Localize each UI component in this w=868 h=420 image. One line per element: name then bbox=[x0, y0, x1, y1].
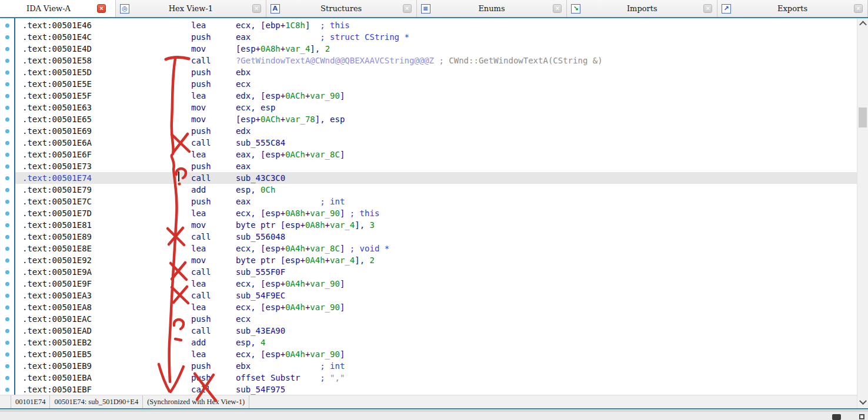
tab-label: Enums bbox=[430, 4, 553, 13]
asm-line-selected[interactable]: .text:00501E74call sub_43C3C0 bbox=[15, 172, 857, 184]
tab-bar: IDA View-A×◎Hex View-1×AStructures×≡Enum… bbox=[0, 0, 868, 18]
ida-window: IDA View-A×◎Hex View-1×AStructures×≡Enum… bbox=[0, 0, 868, 420]
close-icon[interactable]: × bbox=[854, 4, 863, 13]
close-icon[interactable]: × bbox=[97, 4, 106, 13]
tab-structures[interactable]: AStructures× bbox=[266, 0, 417, 17]
asm-address: .text:00501EBA bbox=[22, 373, 92, 382]
asm-address: .text:00501E5D bbox=[22, 68, 92, 77]
enums-icon: ≡ bbox=[421, 4, 430, 14]
asm-line[interactable]: .text:00501E63mov ecx, esp bbox=[22, 102, 857, 113]
close-icon[interactable]: × bbox=[703, 4, 712, 13]
disassembly-panel: .text:00501E46lea ecx, [ebp+1C8h] ; this… bbox=[0, 18, 857, 408]
asm-line[interactable]: .text:00501E4Dmov [esp+0A8h+var_4], 2 bbox=[22, 43, 857, 55]
asm-line[interactable]: .text:00501E7Cpush eax ; int bbox=[22, 196, 857, 207]
asm-line[interactable]: .text:00501E5Epush ecx bbox=[22, 78, 857, 90]
tab-label: Imports bbox=[580, 4, 703, 13]
tab-hex-view-1[interactable]: ◎Hex View-1× bbox=[116, 0, 266, 17]
asm-address: .text:00501E81 bbox=[22, 220, 92, 230]
tab-exports[interactable]: ↗Exports× bbox=[717, 0, 868, 17]
nav-dot bbox=[5, 200, 9, 204]
asm-address: .text:00501EB2 bbox=[22, 338, 92, 347]
nav-dot bbox=[5, 211, 9, 216]
nav-dot bbox=[5, 294, 9, 298]
asm-line[interactable]: .text:00501E9Flea ecx, [esp+0A4h+var_90] bbox=[22, 278, 857, 290]
nav-dot bbox=[5, 223, 9, 227]
asm-line[interactable]: .text:00501EA8lea ecx, [esp+0A4h+var_90] bbox=[22, 301, 857, 313]
nav-dot bbox=[5, 106, 9, 110]
nav-dot bbox=[5, 235, 9, 239]
asm-address: .text:00501E46 bbox=[22, 21, 92, 30]
asm-line[interactable]: .text:00501E6Acall sub_555C84 bbox=[22, 137, 857, 149]
nav-dot bbox=[5, 129, 9, 133]
asm-address: .text:00501E4C bbox=[22, 32, 92, 42]
asm-address: .text:00501E73 bbox=[22, 162, 92, 171]
asm-line[interactable]: .text:00501E5Dpush ebx bbox=[22, 66, 857, 78]
asm-address: .text:00501E5F bbox=[22, 91, 92, 100]
nav-dot bbox=[5, 388, 9, 392]
asm-line[interactable]: .text:00501EB9push ebx ; int bbox=[22, 360, 857, 372]
disassembly-code[interactable]: .text:00501E46lea ecx, [ebp+1C8h] ; this… bbox=[15, 18, 857, 395]
asm-line[interactable]: .text:00501EB5lea ecx, [esp+0A4h+var_90] bbox=[22, 348, 857, 360]
asm-line[interactable]: .text:00501EACpush ecx bbox=[22, 313, 857, 325]
asm-line[interactable]: .text:00501E5Flea edx, [esp+0ACh+var_90] bbox=[22, 90, 857, 102]
asm-line[interactable]: .text:00501EADcall sub_43EA90 bbox=[22, 325, 857, 337]
asm-line[interactable]: .text:00501E4Cpush eax ; struct CString … bbox=[22, 31, 857, 43]
asm-line[interactable]: .text:00501EB2add esp, 4 bbox=[22, 337, 857, 348]
nav-dot bbox=[5, 352, 9, 357]
status-offset: 00101E74 bbox=[11, 395, 50, 408]
taskbar-icon[interactable] bbox=[859, 414, 864, 419]
taskbar-icon[interactable] bbox=[832, 414, 841, 420]
disassembly-view: .text:00501E46lea ecx, [ebp+1C8h] ; this… bbox=[0, 18, 868, 409]
nav-dot bbox=[5, 270, 9, 274]
scroll-down-button[interactable] bbox=[857, 398, 868, 408]
tab-label: Hex View-1 bbox=[129, 4, 252, 13]
close-icon[interactable]: × bbox=[553, 4, 562, 13]
asm-line[interactable]: .text:00501EBApush offset Substr ; "," bbox=[22, 372, 857, 384]
nav-dot bbox=[5, 247, 9, 251]
asm-line[interactable]: .text:00501E46lea ecx, [ebp+1C8h] ; this bbox=[22, 19, 857, 31]
asm-address: .text:00501E8E bbox=[22, 244, 92, 253]
nav-dot bbox=[5, 35, 9, 39]
tab-ida-view-a[interactable]: IDA View-A× bbox=[0, 0, 116, 17]
chevron-up-icon bbox=[859, 21, 867, 29]
nav-dot bbox=[5, 305, 9, 310]
asm-address: .text:00501E9A bbox=[22, 267, 92, 277]
asm-address: .text:00501EAD bbox=[22, 326, 92, 335]
asm-address: .text:00501E4D bbox=[22, 44, 92, 53]
asm-line[interactable]: .text:00501EA3call sub_54F9EC bbox=[22, 290, 857, 301]
asm-address: .text:00501E7D bbox=[22, 209, 92, 218]
asm-address: .text:00501EB5 bbox=[22, 350, 92, 359]
asm-address: .text:00501E9F bbox=[22, 279, 92, 288]
nav-dot bbox=[5, 94, 9, 98]
nav-dot bbox=[5, 317, 9, 321]
close-icon[interactable]: × bbox=[403, 4, 412, 13]
asm-line[interactable]: .text:00501E79add esp, 0Ch bbox=[22, 184, 857, 196]
vertical-scrollbar[interactable] bbox=[857, 18, 868, 408]
exports-icon: ↗ bbox=[722, 4, 731, 14]
asm-line[interactable]: .text:00501E65mov [esp+0ACh+var_78], esp bbox=[22, 113, 857, 125]
asm-line[interactable]: .text:00501E7Dlea ecx, [esp+0A8h+var_90]… bbox=[22, 207, 857, 219]
asm-address: .text:00501E69 bbox=[22, 126, 92, 136]
asm-address: .text:00501E5E bbox=[22, 79, 92, 89]
asm-line[interactable]: .text:00501E92mov byte ptr [esp+0A4h+var… bbox=[22, 254, 857, 266]
tab-enums[interactable]: ≡Enums× bbox=[417, 0, 567, 17]
asm-line[interactable]: .text:00501E58call ?GetWindowTextA@CWnd@… bbox=[22, 55, 857, 66]
hex-view-icon: ◎ bbox=[120, 4, 129, 14]
asm-line[interactable]: .text:00501E9Acall sub_555F0F bbox=[22, 266, 857, 278]
nav-dot bbox=[5, 364, 9, 368]
asm-line[interactable]: .text:00501E6Flea eax, [esp+0ACh+var_8C] bbox=[22, 149, 857, 160]
asm-line[interactable]: .text:00501E81mov byte ptr [esp+0A8h+var… bbox=[22, 219, 857, 231]
status-bar: 00101E74 00501E74: sub_501D90+E4 (Synchr… bbox=[0, 395, 857, 408]
nav-dot bbox=[5, 117, 9, 122]
close-icon[interactable]: × bbox=[252, 4, 261, 13]
asm-line[interactable]: .text:00501E8Elea ecx, [esp+0A4h+var_8C]… bbox=[22, 243, 857, 254]
asm-line[interactable]: .text:00501EBFcall sub_54F975 bbox=[22, 384, 857, 395]
asm-line[interactable]: .text:00501E73push eax bbox=[22, 160, 857, 172]
scroll-up-button[interactable] bbox=[857, 19, 868, 29]
tab-imports[interactable]: ↘Imports× bbox=[567, 0, 717, 17]
asm-address: .text:00501E58 bbox=[22, 56, 92, 65]
asm-line[interactable]: .text:00501E89call sub_556048 bbox=[22, 231, 857, 243]
asm-address: .text:00501EBF bbox=[22, 385, 92, 394]
asm-line[interactable]: .text:00501E69push edx bbox=[22, 125, 857, 137]
scrollbar-thumb[interactable] bbox=[859, 107, 867, 127]
